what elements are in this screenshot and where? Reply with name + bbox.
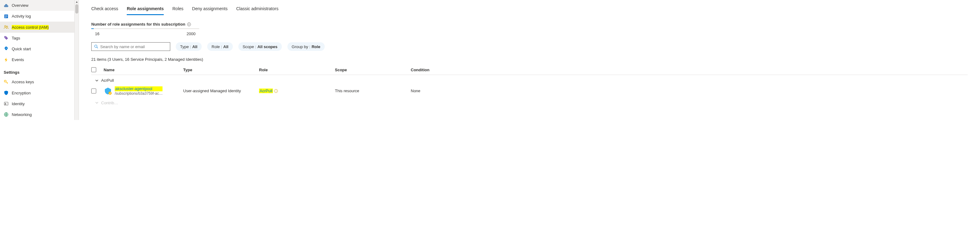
quota-used: 16 xyxy=(95,32,99,36)
identity-icon xyxy=(4,101,9,106)
row-role-label: AcrPull xyxy=(259,89,273,93)
scroll-up-icon[interactable]: ▲ xyxy=(75,0,79,4)
main-content: Check access Role assignments Roles Deny… xyxy=(79,0,980,120)
search-icon xyxy=(94,45,99,49)
sidebar-item-label: Identity xyxy=(12,102,25,106)
filter-role[interactable]: Role : All xyxy=(207,42,233,51)
sidebar-item-encryption[interactable]: Encryption xyxy=(0,87,79,98)
column-header-scope[interactable]: Scope xyxy=(335,68,407,72)
select-all-checkbox[interactable] xyxy=(91,67,96,72)
tab-classic-administrators[interactable]: Classic administrators xyxy=(236,4,278,15)
group-name: Contrib… xyxy=(101,100,118,105)
svg-rect-3 xyxy=(5,17,6,17)
table-header: Name Type Role Scope Condition xyxy=(91,65,968,75)
group-row-acrpull[interactable]: AcrPull xyxy=(91,75,968,84)
sidebar-item-quick-start[interactable]: Quick start xyxy=(0,43,79,54)
tab-deny-assignments[interactable]: Deny assignments xyxy=(192,4,228,15)
sidebar-item-label: Quick start xyxy=(12,46,31,51)
quota-progress xyxy=(91,29,199,29)
sidebar-item-events[interactable]: Events xyxy=(0,54,79,65)
sidebar-item-access-control[interactable]: Access control (IAM) xyxy=(0,22,79,32)
info-icon[interactable]: i xyxy=(187,22,191,26)
tab-check-access[interactable]: Check access xyxy=(91,4,118,15)
filter-groupby[interactable]: Group by : Role xyxy=(287,42,325,51)
svg-point-7 xyxy=(6,48,7,49)
quota-title: Number of role assignments for this subs… xyxy=(91,22,185,27)
identity-sub: /subscriptions/b3a3759f-ac… xyxy=(115,91,162,95)
row-scope: This resource xyxy=(335,89,407,93)
sidebar-item-overview[interactable]: Overview xyxy=(0,0,79,11)
column-header-name[interactable]: Name xyxy=(103,68,180,72)
svg-rect-2 xyxy=(5,16,7,17)
items-summary: 21 items (3 Users, 16 Service Principals… xyxy=(91,57,968,62)
sidebar-item-label: Events xyxy=(12,57,24,62)
sidebar-item-label: Access control (IAM) xyxy=(12,25,49,30)
bolt-icon xyxy=(4,57,9,62)
cloud-icon xyxy=(4,3,9,8)
sidebar-item-label: Encryption xyxy=(12,91,30,95)
info-icon[interactable]: i xyxy=(274,89,278,93)
sidebar-item-tags[interactable]: Tags xyxy=(0,33,79,43)
table-row: akscluster-agentpool /subscriptions/b3a3… xyxy=(91,84,968,97)
sidebar-item-label: Tags xyxy=(12,36,20,40)
quota-progress-fill xyxy=(91,29,94,29)
chevron-down-icon xyxy=(95,101,99,105)
column-header-type[interactable]: Type xyxy=(183,68,255,72)
search-input[interactable] xyxy=(100,45,167,49)
svg-point-4 xyxy=(5,25,6,27)
column-header-role[interactable]: Role xyxy=(259,68,331,72)
shield-icon xyxy=(4,91,9,95)
sidebar-item-label: Access keys xyxy=(12,79,34,84)
column-header-condition[interactable]: Condition xyxy=(411,68,968,72)
svg-point-5 xyxy=(6,26,8,27)
key-icon xyxy=(4,79,9,84)
row-role-link[interactable]: AcrPull i xyxy=(259,89,278,93)
svg-rect-9 xyxy=(4,102,8,105)
filter-scope[interactable]: Scope : All scopes xyxy=(239,42,282,51)
managed-identity-icon xyxy=(103,87,112,95)
chevron-down-icon xyxy=(95,79,99,83)
group-row-contributor[interactable]: Contrib… xyxy=(91,97,968,107)
group-name: AcrPull xyxy=(101,78,114,83)
sidebar-section-settings: Settings xyxy=(0,65,79,76)
sidebar: Overview Activity log Access control (IA… xyxy=(0,0,79,120)
filter-type[interactable]: Type : All xyxy=(176,42,202,51)
tab-roles[interactable]: Roles xyxy=(172,4,183,15)
sidebar-item-networking[interactable]: Networking xyxy=(0,109,79,120)
scrollbar-thumb[interactable] xyxy=(75,4,78,14)
people-icon xyxy=(4,25,9,30)
log-icon xyxy=(4,14,9,19)
tabs: Check access Role assignments Roles Deny… xyxy=(91,4,968,15)
filter-toolbar: Type : All Role : All Scope : All scopes… xyxy=(91,42,968,51)
rocket-icon xyxy=(4,46,9,51)
sidebar-item-label: Networking xyxy=(12,112,32,117)
sidebar-item-identity[interactable]: Identity xyxy=(0,99,79,109)
network-icon xyxy=(4,112,9,117)
quota-labels: 16 2000 xyxy=(91,30,199,37)
search-box[interactable] xyxy=(91,42,170,51)
quota-limit: 2000 xyxy=(186,32,196,36)
sidebar-item-label: Activity log xyxy=(12,14,31,19)
sidebar-item-access-keys[interactable]: Access keys xyxy=(0,76,79,87)
quota-title-row: Number of role assignments for this subs… xyxy=(91,22,968,27)
scrollbar[interactable]: ▲ xyxy=(74,0,79,120)
svg-point-12 xyxy=(95,45,97,48)
tag-icon xyxy=(4,35,9,40)
tab-role-assignments[interactable]: Role assignments xyxy=(127,4,164,15)
row-type: User-assigned Managed Identity xyxy=(183,89,255,93)
sidebar-item-activity-log[interactable]: Activity log xyxy=(0,11,79,22)
identity-name: akscluster-agentpool xyxy=(115,86,162,91)
row-checkbox[interactable] xyxy=(91,89,96,94)
svg-point-10 xyxy=(5,103,6,104)
sidebar-item-label: Overview xyxy=(12,3,29,8)
identity-cell[interactable]: akscluster-agentpool /subscriptions/b3a3… xyxy=(103,86,180,95)
svg-point-6 xyxy=(5,37,6,37)
row-condition: None xyxy=(411,89,968,93)
